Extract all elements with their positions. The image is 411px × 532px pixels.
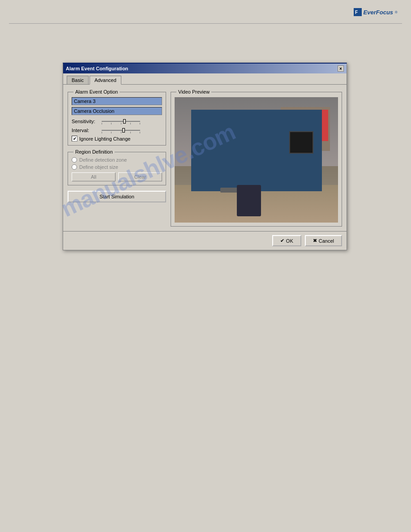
dialog-body: Alarm Event Option Camera 3 Camera Occlu… <box>63 85 347 231</box>
region-legend: Region Definition <box>73 149 115 154</box>
logo-text: EverFocus <box>364 9 393 16</box>
start-simulation-button[interactable]: Start Simulation <box>68 191 166 202</box>
alarm-event-legend: Alarm Event Option <box>73 89 120 94</box>
tab-bar: Basic Advanced <box>63 73 347 85</box>
camera-scene <box>175 97 338 223</box>
cancel-label: Cancel <box>319 238 334 244</box>
sensitivity-label: Sensitivity: <box>72 119 101 124</box>
define-detection-zone-row[interactable]: Define detection zone <box>72 157 162 163</box>
all-button[interactable]: All <box>72 172 116 181</box>
dialog-titlebar: Alarm Event Configuration × <box>63 64 347 73</box>
svg-text:F: F <box>355 10 358 15</box>
left-panel: Alarm Event Option Camera 3 Camera Occlu… <box>68 89 166 227</box>
region-buttons: All Clear <box>72 172 162 181</box>
interval-label: Interval: <box>72 128 101 133</box>
tab-advanced[interactable]: Advanced <box>90 76 121 85</box>
define-detection-zone-radio[interactable] <box>72 157 77 163</box>
alarm-event-option-fieldset: Alarm Event Option Camera 3 Camera Occlu… <box>68 89 166 146</box>
clear-button[interactable]: Clear <box>118 172 162 181</box>
ok-button[interactable]: ✔ OK <box>272 235 301 246</box>
define-object-size-radio[interactable] <box>72 164 77 170</box>
right-panel: Video Preview <box>171 89 342 227</box>
dialog-close-button[interactable]: × <box>338 65 344 72</box>
video-preview-fieldset: Video Preview <box>171 89 342 227</box>
interval-slider[interactable] <box>101 127 141 134</box>
sensitivity-row: Sensitivity: <box>72 118 162 125</box>
alarm-event-dialog: Alarm Event Configuration × Basic Advanc… <box>63 63 347 250</box>
ok-check-icon: ✔ <box>280 238 284 244</box>
video-preview-legend: Video Preview <box>176 89 211 94</box>
camera-select[interactable]: Camera 3 <box>72 97 162 105</box>
logo-icon: F <box>354 8 362 16</box>
top-divider <box>9 23 402 24</box>
sensitivity-slider[interactable] <box>101 118 141 125</box>
video-frame <box>175 97 338 223</box>
dialog-footer: ✔ OK ✖ Cancel <box>63 231 347 250</box>
logo-registered: ® <box>395 10 398 14</box>
define-detection-zone-label: Define detection zone <box>79 157 127 163</box>
cancel-button[interactable]: ✖ Cancel <box>305 235 342 246</box>
ignore-lighting-label: Ignore Lighting Change <box>79 136 130 142</box>
cancel-x-icon: ✖ <box>313 238 317 244</box>
dialog-title: Alarm Event Configuration <box>66 66 128 71</box>
ok-label: OK <box>286 238 293 244</box>
define-object-size-row[interactable]: Define object size <box>72 164 162 170</box>
region-definition-fieldset: Region Definition Define detection zone … <box>68 149 166 185</box>
interval-row: Interval: <box>72 127 162 134</box>
tab-basic[interactable]: Basic <box>67 76 89 85</box>
occlusion-select[interactable]: Camera Occlusion <box>72 107 162 115</box>
ignore-lighting-row[interactable]: ✔ Ignore Lighting Change <box>72 136 162 142</box>
ignore-lighting-checkbox[interactable]: ✔ <box>72 136 77 142</box>
define-object-size-label: Define object size <box>79 164 118 170</box>
logo-area: F EverFocus® <box>354 8 398 16</box>
